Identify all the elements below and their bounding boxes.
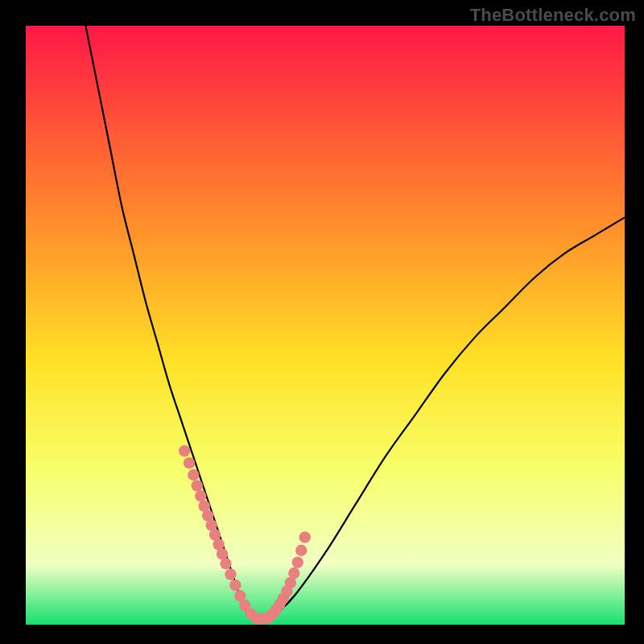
marker-dot [292, 556, 303, 568]
marker-dot [179, 445, 190, 456]
gradient-background [26, 26, 625, 625]
marker-dot [184, 457, 195, 469]
plot-area [26, 26, 625, 625]
marker-dot [188, 469, 199, 481]
marker-dot [220, 558, 231, 569]
watermark-text: TheBottleneck.com [470, 5, 636, 26]
marker-dot [295, 545, 307, 556]
bottleneck-chart [26, 26, 625, 625]
chart-frame: TheBottleneck.com [0, 0, 644, 644]
marker-dot [192, 480, 203, 491]
marker-dot [288, 568, 299, 579]
marker-dot [225, 568, 236, 580]
marker-dot [229, 580, 241, 591]
marker-dot [299, 531, 311, 543]
marker-dot [195, 490, 206, 502]
